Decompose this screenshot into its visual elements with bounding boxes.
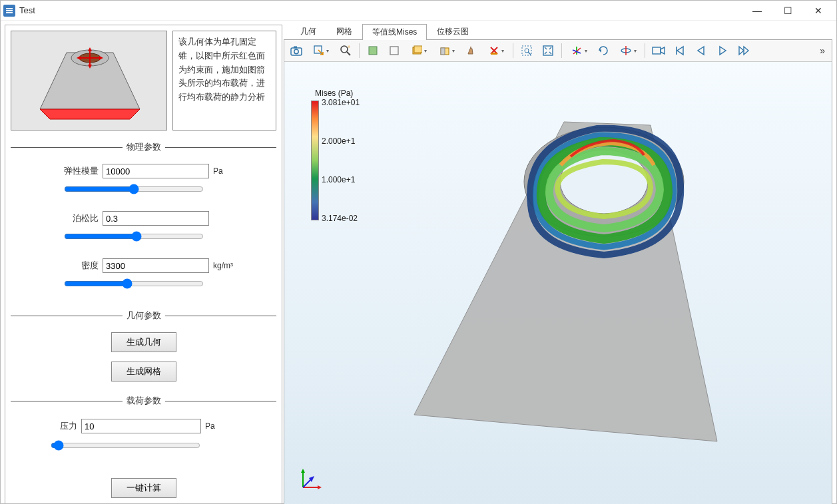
svg-point-19 bbox=[341, 46, 348, 53]
zoom-extents-icon[interactable] bbox=[539, 42, 557, 59]
select-object-icon[interactable] bbox=[364, 42, 382, 59]
client-area: 该几何体为单孔固定锥，以图中所示红色面为约束面，施加如图箭头所示的均布载荷，进行… bbox=[1, 21, 836, 504]
camera-view-icon[interactable] bbox=[649, 42, 668, 59]
poisson-ratio-input[interactable] bbox=[103, 211, 209, 226]
visibility-icon[interactable] bbox=[434, 42, 459, 59]
elastic-modulus-slider[interactable] bbox=[64, 184, 204, 194]
axis-orientation-icon[interactable] bbox=[566, 42, 591, 59]
zoom-selection-icon[interactable] bbox=[517, 42, 536, 59]
pressure-input[interactable] bbox=[81, 419, 201, 433]
svg-rect-17 bbox=[294, 47, 297, 49]
window-title: Test bbox=[19, 5, 35, 15]
play-forward-icon[interactable] bbox=[713, 42, 732, 59]
pressure-unit: Pa bbox=[205, 421, 215, 431]
svg-line-20 bbox=[347, 52, 350, 55]
density-slider[interactable] bbox=[64, 278, 204, 289]
rotate-icon[interactable] bbox=[594, 42, 613, 59]
svg-rect-25 bbox=[414, 46, 422, 53]
elastic-modulus-input[interactable] bbox=[103, 164, 209, 178]
svg-marker-41 bbox=[661, 47, 665, 54]
svg-rect-40 bbox=[653, 47, 661, 54]
svg-line-32 bbox=[528, 52, 531, 55]
density-label: 密度 bbox=[64, 260, 99, 272]
generate-geometry-button[interactable]: 生成几何 bbox=[111, 332, 176, 352]
compute-button[interactable]: 一键计算 bbox=[111, 478, 176, 498]
section-geometry: 几何参数 bbox=[11, 310, 276, 322]
svg-rect-1 bbox=[6, 10, 13, 11]
description-box: 该几何体为单孔固定锥，以图中所示红色面为约束面，施加如图箭头所示的均布载荷，进行… bbox=[172, 31, 276, 130]
tab-contour-mises[interactable]: 等值线Mises bbox=[362, 24, 427, 40]
mises-contour-render bbox=[284, 62, 830, 501]
close-button[interactable]: ✕ bbox=[803, 1, 834, 21]
density-input[interactable] bbox=[103, 258, 209, 273]
select-boundary-icon[interactable] bbox=[406, 42, 431, 59]
svg-marker-8 bbox=[88, 47, 92, 51]
svg-marker-54 bbox=[318, 485, 322, 489]
svg-marker-42 bbox=[677, 47, 683, 55]
minimize-button[interactable]: — bbox=[742, 1, 772, 21]
svg-rect-22 bbox=[369, 47, 377, 55]
section-load: 载荷参数 bbox=[11, 395, 276, 407]
cone-preview-icon bbox=[37, 46, 143, 126]
poisson-ratio-label: 泊松比 bbox=[64, 212, 99, 224]
svg-point-16 bbox=[294, 49, 298, 53]
generate-mesh-button[interactable]: 生成网格 bbox=[111, 362, 176, 381]
view-toolbar: + » bbox=[284, 39, 832, 62]
svg-marker-44 bbox=[698, 47, 704, 55]
svg-marker-46 bbox=[739, 47, 744, 55]
pressure-slider[interactable] bbox=[51, 440, 200, 451]
section-physical: 物理参数 bbox=[11, 141, 276, 153]
clear-icon[interactable] bbox=[462, 42, 481, 59]
axis-triad-icon bbox=[298, 466, 324, 493]
toolbar-overflow[interactable]: » bbox=[816, 45, 829, 56]
elastic-modulus-label: 弹性模量 bbox=[64, 165, 99, 177]
view-tabs: 几何 网格 等值线Mises 位移云图 bbox=[284, 25, 832, 39]
density-unit: kg/m³ bbox=[213, 261, 233, 270]
snapshot-icon[interactable] bbox=[287, 42, 306, 59]
svg-rect-0 bbox=[6, 8, 13, 9]
svg-marker-4 bbox=[40, 109, 140, 119]
geometry-preview bbox=[11, 31, 167, 130]
svg-marker-45 bbox=[720, 47, 726, 55]
tab-displacement[interactable]: 位移云图 bbox=[427, 23, 479, 39]
tab-mesh[interactable]: 网格 bbox=[326, 23, 362, 39]
select-domain-icon[interactable] bbox=[385, 42, 404, 59]
svg-rect-29 bbox=[491, 53, 497, 55]
svg-rect-23 bbox=[390, 47, 398, 55]
first-frame-icon[interactable] bbox=[671, 42, 689, 59]
visualization-panel: 几何 网格 等值线Mises 位移云图 + bbox=[284, 25, 832, 504]
play-backward-icon[interactable] bbox=[692, 42, 710, 59]
poisson-ratio-slider[interactable] bbox=[64, 231, 204, 242]
tab-geometry[interactable]: 几何 bbox=[290, 23, 326, 39]
app-icon bbox=[3, 5, 15, 17]
pressure-label: 压力 bbox=[51, 420, 77, 432]
maximize-button[interactable]: ☐ bbox=[772, 1, 803, 21]
3d-viewport[interactable]: Mises (Pa) 3.081e+01 2.000e+1 1.000e+1 3… bbox=[284, 62, 832, 504]
elastic-unit: Pa bbox=[213, 166, 223, 176]
svg-rect-27 bbox=[441, 48, 445, 55]
next-frame-icon[interactable] bbox=[734, 42, 753, 59]
export-image-icon[interactable] bbox=[308, 42, 334, 59]
zoom-icon[interactable]: + bbox=[336, 42, 355, 59]
parameter-panel: 该几何体为单孔固定锥，以图中所示红色面为约束面，施加如图箭头所示的均布载荷，进行… bbox=[5, 25, 282, 504]
rotate-axis-icon[interactable] bbox=[615, 42, 641, 59]
svg-text:+: + bbox=[348, 45, 350, 49]
title-bar: Test — ☐ ✕ bbox=[1, 1, 836, 21]
app-window: Test — ☐ ✕ bbox=[0, 0, 837, 504]
svg-marker-52 bbox=[301, 469, 305, 473]
svg-rect-2 bbox=[6, 12, 13, 13]
measure-delete-icon[interactable] bbox=[483, 42, 509, 59]
